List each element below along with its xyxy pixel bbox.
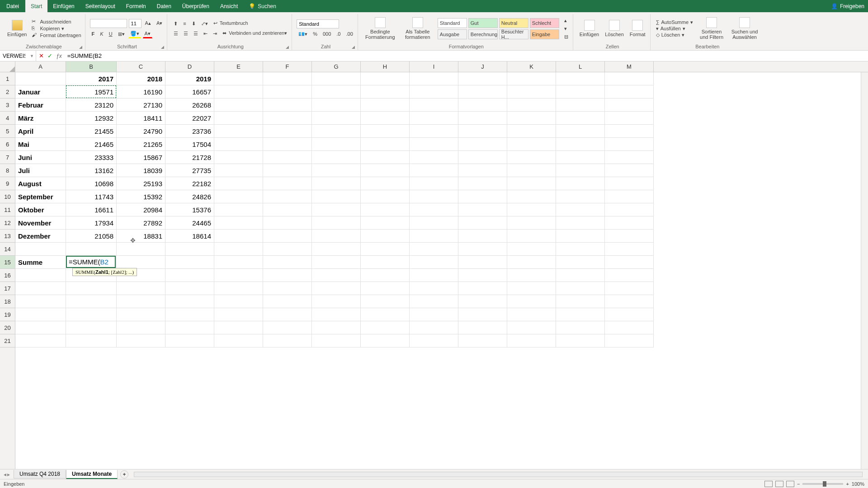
cell[interactable] [605, 334, 654, 347]
cell[interactable] [458, 151, 507, 164]
cell[interactable] [507, 190, 556, 203]
cell[interactable] [410, 177, 458, 190]
cell[interactable] [263, 243, 312, 256]
row-header[interactable]: 15 [0, 256, 15, 269]
cell[interactable] [605, 321, 654, 334]
row-header[interactable]: 14 [0, 243, 15, 256]
cell[interactable] [605, 112, 654, 125]
cell[interactable] [312, 203, 361, 216]
cell[interactable]: 2017 [66, 72, 117, 85]
cell[interactable] [263, 269, 312, 282]
increase-indent-button[interactable]: ⇥ [211, 30, 219, 38]
cell[interactable] [605, 85, 654, 99]
align-top-button[interactable]: ⬆ [172, 20, 179, 28]
cell[interactable] [507, 125, 556, 138]
cell[interactable] [556, 203, 605, 216]
cell[interactable] [15, 282, 66, 295]
cell[interactable] [410, 72, 458, 85]
cell[interactable] [605, 230, 654, 243]
cell[interactable] [605, 151, 654, 164]
cell[interactable] [312, 230, 361, 243]
cell[interactable] [361, 138, 410, 151]
cell[interactable] [410, 256, 458, 269]
column-header[interactable]: M [605, 61, 654, 72]
row-header[interactable]: 18 [0, 295, 15, 308]
cell[interactable]: 15376 [165, 203, 214, 216]
cell[interactable] [458, 334, 507, 347]
align-left-button[interactable]: ☰ [172, 30, 180, 38]
cell[interactable] [556, 308, 605, 321]
cell[interactable] [458, 164, 507, 177]
cell[interactable] [410, 190, 458, 203]
cell[interactable] [410, 164, 458, 177]
cell[interactable] [312, 256, 361, 269]
column-header[interactable]: G [312, 61, 361, 72]
cell[interactable] [214, 85, 263, 99]
cell[interactable] [214, 282, 263, 295]
column-header[interactable]: I [410, 61, 458, 72]
cell[interactable] [605, 177, 654, 190]
cell[interactable] [605, 72, 654, 85]
cell[interactable]: 27130 [117, 99, 165, 112]
cell-style-option[interactable]: Schlecht [530, 18, 559, 28]
cell[interactable] [458, 203, 507, 216]
cell-style-option[interactable]: Eingabe [530, 29, 559, 39]
row-header[interactable]: 13 [0, 230, 15, 243]
cell[interactable] [458, 295, 507, 308]
copy-button[interactable]: ⎘Kopieren ▾ [31, 25, 82, 32]
cell[interactable] [117, 256, 165, 269]
cell[interactable] [507, 269, 556, 282]
cell[interactable] [312, 72, 361, 85]
cell[interactable] [361, 334, 410, 347]
cell[interactable] [410, 138, 458, 151]
tab-start[interactable]: Start [25, 0, 47, 12]
cell[interactable] [458, 230, 507, 243]
cell[interactable]: Februar [15, 99, 66, 112]
cell[interactable] [214, 99, 263, 112]
row-header[interactable]: 10 [0, 190, 15, 203]
active-cell-editor[interactable]: =SUMME(B2 [66, 256, 116, 268]
cell[interactable] [214, 112, 263, 125]
cell[interactable] [263, 72, 312, 85]
name-box-input[interactable] [0, 53, 28, 59]
cell[interactable] [458, 85, 507, 99]
cut-button[interactable]: ✂Ausschneiden [31, 19, 82, 25]
cell[interactable]: 21265 [117, 138, 165, 151]
pagebreak-view-button[interactable] [786, 481, 794, 487]
cell[interactable]: 10698 [66, 177, 117, 190]
cell[interactable] [263, 256, 312, 269]
cell[interactable] [263, 164, 312, 177]
cell[interactable] [410, 112, 458, 125]
dialog-launcher-icon[interactable]: ◢ [352, 45, 355, 49]
cell[interactable] [458, 112, 507, 125]
tab-data[interactable]: Daten [151, 0, 177, 12]
cell[interactable]: August [15, 177, 66, 190]
tab-view[interactable]: Ansicht [215, 0, 243, 12]
dialog-launcher-icon[interactable]: ◢ [286, 45, 289, 49]
cell[interactable] [507, 85, 556, 99]
cell[interactable]: 24465 [165, 216, 214, 230]
cell[interactable]: Oktober [15, 203, 66, 216]
cell[interactable]: 21058 [66, 230, 117, 243]
formula-input[interactable] [65, 52, 868, 59]
cell[interactable]: 21728 [165, 151, 214, 164]
conditional-formatting-button[interactable]: Bedingte Formatierung [363, 16, 398, 41]
cell[interactable] [605, 125, 654, 138]
cell[interactable] [458, 308, 507, 321]
cell[interactable] [263, 190, 312, 203]
cell[interactable] [605, 269, 654, 282]
cell[interactable] [507, 164, 556, 177]
cell[interactable] [165, 334, 214, 347]
cell[interactable] [214, 243, 263, 256]
row-header[interactable]: 21 [0, 334, 15, 347]
cell[interactable]: 23333 [66, 151, 117, 164]
cell-styles-gallery[interactable]: StandardGutNeutralSchlechtAusgabeBerechn… [438, 18, 559, 39]
cell[interactable] [507, 230, 556, 243]
cell[interactable] [556, 99, 605, 112]
cell[interactable] [361, 230, 410, 243]
format-cells-button[interactable]: Format [628, 19, 647, 38]
share-button[interactable]: 👤 Freigeben [831, 3, 864, 9]
cell[interactable] [507, 72, 556, 85]
cell[interactable] [165, 295, 214, 308]
row-header[interactable]: 2 [0, 85, 15, 99]
